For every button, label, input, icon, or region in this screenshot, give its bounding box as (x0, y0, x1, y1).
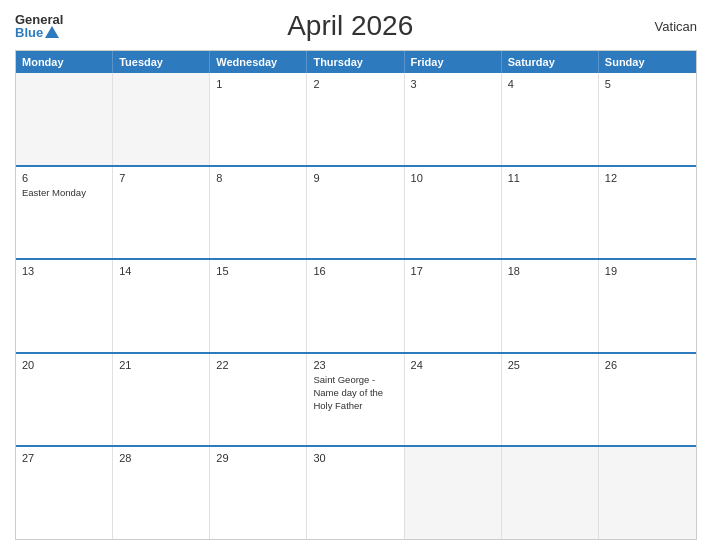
cal-cell-3-6: 18 (502, 260, 599, 352)
cal-cell-3-2: 14 (113, 260, 210, 352)
cal-cell-2-6: 11 (502, 167, 599, 259)
header-wednesday: Wednesday (210, 51, 307, 73)
calendar-page: General Blue April 2026 Vatican Monday T… (0, 0, 712, 550)
cal-cell-1-4: 2 (307, 73, 404, 165)
cal-cell-3-5: 17 (405, 260, 502, 352)
day-number: 9 (313, 172, 397, 184)
day-number: 29 (216, 452, 300, 464)
day-number: 22 (216, 359, 300, 371)
day-number: 19 (605, 265, 690, 277)
logo-triangle-icon (45, 26, 59, 38)
country-label: Vatican (637, 19, 697, 34)
week-row-5: 27282930 (16, 447, 696, 539)
cal-cell-1-7: 5 (599, 73, 696, 165)
day-number: 18 (508, 265, 592, 277)
cal-cell-4-6: 25 (502, 354, 599, 446)
page-header: General Blue April 2026 Vatican (15, 10, 697, 42)
day-number: 24 (411, 359, 495, 371)
cal-cell-1-1 (16, 73, 113, 165)
cal-cell-4-4: 23Saint George - Name day of the Holy Fa… (307, 354, 404, 446)
cal-cell-3-7: 19 (599, 260, 696, 352)
day-number: 10 (411, 172, 495, 184)
cal-cell-5-2: 28 (113, 447, 210, 539)
cal-cell-3-4: 16 (307, 260, 404, 352)
day-number: 23 (313, 359, 397, 371)
day-number: 30 (313, 452, 397, 464)
day-number: 20 (22, 359, 106, 371)
cal-cell-1-2 (113, 73, 210, 165)
calendar-body: 123456Easter Monday789101112131415161718… (16, 73, 696, 539)
day-number: 25 (508, 359, 592, 371)
day-number: 11 (508, 172, 592, 184)
cal-cell-4-2: 21 (113, 354, 210, 446)
day-number: 28 (119, 452, 203, 464)
cal-cell-5-1: 27 (16, 447, 113, 539)
day-number: 3 (411, 78, 495, 90)
calendar-header: Monday Tuesday Wednesday Thursday Friday… (16, 51, 696, 73)
week-row-1: 12345 (16, 73, 696, 167)
day-number: 14 (119, 265, 203, 277)
day-number: 5 (605, 78, 690, 90)
logo-general-text: General (15, 13, 63, 26)
day-number: 17 (411, 265, 495, 277)
day-number: 6 (22, 172, 106, 184)
day-number: 13 (22, 265, 106, 277)
cal-cell-3-1: 13 (16, 260, 113, 352)
header-tuesday: Tuesday (113, 51, 210, 73)
day-number: 8 (216, 172, 300, 184)
day-number: 15 (216, 265, 300, 277)
day-number: 26 (605, 359, 690, 371)
day-number: 1 (216, 78, 300, 90)
day-number: 4 (508, 78, 592, 90)
header-sunday: Sunday (599, 51, 696, 73)
week-row-2: 6Easter Monday789101112 (16, 167, 696, 261)
cal-cell-5-6 (502, 447, 599, 539)
event-label: Easter Monday (22, 187, 86, 198)
header-thursday: Thursday (307, 51, 404, 73)
header-friday: Friday (405, 51, 502, 73)
cal-cell-1-3: 1 (210, 73, 307, 165)
logo: General Blue (15, 13, 63, 40)
day-number: 7 (119, 172, 203, 184)
header-monday: Monday (16, 51, 113, 73)
cal-cell-2-7: 12 (599, 167, 696, 259)
cal-cell-2-3: 8 (210, 167, 307, 259)
cal-cell-2-2: 7 (113, 167, 210, 259)
cal-cell-5-7 (599, 447, 696, 539)
page-title: April 2026 (63, 10, 637, 42)
cal-cell-4-7: 26 (599, 354, 696, 446)
week-row-4: 20212223Saint George - Name day of the H… (16, 354, 696, 448)
cal-cell-1-6: 4 (502, 73, 599, 165)
cal-cell-4-1: 20 (16, 354, 113, 446)
cal-cell-2-5: 10 (405, 167, 502, 259)
cal-cell-4-3: 22 (210, 354, 307, 446)
cal-cell-5-3: 29 (210, 447, 307, 539)
header-saturday: Saturday (502, 51, 599, 73)
cal-cell-2-4: 9 (307, 167, 404, 259)
day-number: 16 (313, 265, 397, 277)
cal-cell-3-3: 15 (210, 260, 307, 352)
cal-cell-5-5 (405, 447, 502, 539)
logo-blue-text: Blue (15, 26, 43, 39)
week-row-3: 13141516171819 (16, 260, 696, 354)
cal-cell-4-5: 24 (405, 354, 502, 446)
day-number: 12 (605, 172, 690, 184)
cal-cell-1-5: 3 (405, 73, 502, 165)
day-number: 27 (22, 452, 106, 464)
calendar-grid: Monday Tuesday Wednesday Thursday Friday… (15, 50, 697, 540)
day-number: 2 (313, 78, 397, 90)
cal-cell-2-1: 6Easter Monday (16, 167, 113, 259)
cal-cell-5-4: 30 (307, 447, 404, 539)
event-label: Saint George - Name day of the Holy Fath… (313, 374, 383, 412)
day-number: 21 (119, 359, 203, 371)
